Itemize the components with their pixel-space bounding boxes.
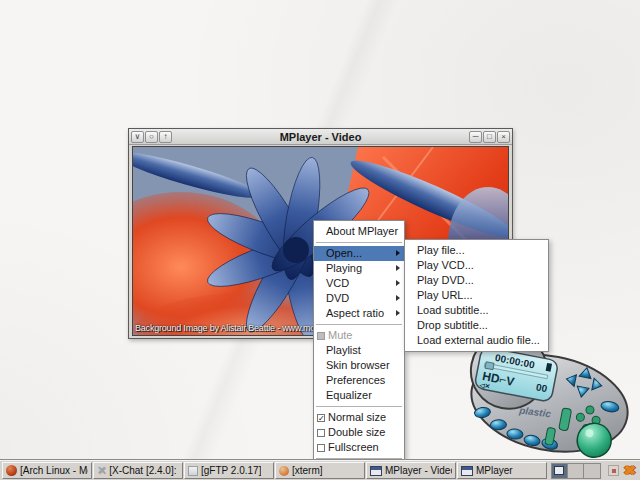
taskbar-button-gftp[interactable]: [gFTP 2.0.17] (184, 462, 274, 479)
window-close-button[interactable]: × (497, 131, 510, 143)
menu-item-dvd[interactable]: DVD (314, 291, 404, 306)
taskbar-button-xterm[interactable]: [xterm] (275, 462, 365, 479)
menu-item-aspect-ratio[interactable]: Aspect ratio (314, 306, 404, 321)
window-maximize-button[interactable]: □ (483, 131, 496, 143)
taskbar-button-mozilla[interactable]: [Arch Linux - Mozill (2, 462, 92, 479)
submenu-arrow-icon (396, 250, 400, 256)
pager-desktop-2[interactable] (568, 464, 584, 478)
submenu-item-play-vcd[interactable]: Play VCD... (405, 258, 544, 273)
taskbar-button-xchat[interactable]: ✕ [X-Chat [2.4.0]: Nev (93, 462, 183, 479)
open-submenu: Play file... Play VCD... Play DVD... Pla… (404, 239, 549, 352)
taskbar-button-mplayer[interactable]: MPlayer (457, 462, 547, 479)
xchat-icon: ✕ (97, 465, 106, 476)
submenu-arrow-icon (396, 295, 400, 301)
submenu-arrow-icon (396, 310, 400, 316)
taskbar-button-mplayer-video[interactable]: MPlayer - Video (366, 462, 456, 479)
titlebar-right-buttons: ─ □ × (469, 131, 510, 143)
checkbox-icon (317, 429, 325, 437)
window-icon (370, 466, 382, 476)
menu-item-preferences[interactable]: Preferences (314, 373, 404, 388)
checkbox-checked-icon: ✓ (317, 414, 325, 422)
menu-item-playlist[interactable]: Playlist (314, 343, 404, 358)
menu-item-normal-size[interactable]: ✓Normal size (314, 410, 404, 425)
menu-separator (314, 403, 404, 410)
menu-item-fullscreen[interactable]: Fullscreen (314, 440, 404, 455)
taskbar: [Arch Linux - Mozill ✕ [X-Chat [2.4.0]: … (0, 460, 640, 480)
submenu-item-play-file[interactable]: Play file... (405, 243, 544, 258)
desktop-pager (551, 463, 601, 479)
menu-item-open[interactable]: Open... (314, 246, 404, 261)
menu-separator (314, 239, 404, 246)
video-credit-text: Background Image by Alistair Beattie - w… (135, 323, 323, 333)
submenu-item-play-url[interactable]: Play URL... (405, 288, 544, 303)
checkbox-icon (317, 444, 325, 452)
menu-item-vcd[interactable]: VCD (314, 276, 404, 291)
tray-x-icon[interactable]: ✖ (623, 464, 636, 478)
window-raise-button[interactable]: ↑ (159, 131, 172, 143)
pager-desktop-1[interactable] (552, 464, 568, 478)
xterm-icon (279, 466, 289, 476)
submenu-item-load-subtitle[interactable]: Load subtitle... (405, 303, 544, 318)
remote-rewind-button[interactable] (490, 420, 506, 430)
menu-item-equalizer[interactable]: Equalizer (314, 388, 404, 403)
menu-separator (314, 321, 404, 328)
system-tray: ✖ (608, 463, 638, 478)
submenu-item-load-external-audio[interactable]: Load external audio file... (405, 333, 544, 348)
menu-item-about-mplayer[interactable]: About MPlayer (314, 224, 404, 239)
menu-item-double-size[interactable]: Double size (314, 425, 404, 440)
submenu-item-play-dvd[interactable]: Play DVD... (405, 273, 544, 288)
submenu-arrow-icon (396, 280, 400, 286)
firefox-globe-icon (6, 465, 17, 476)
submenu-arrow-icon (396, 265, 400, 271)
mplayer-remote-skin[interactable]: mplayer 00:00:00 HD⌐V 00 ◁✕ plastic (458, 336, 630, 464)
mplayer-context-menu: About MPlayer Open... Playing VCD DVD As… (313, 220, 405, 480)
tray-app-icon[interactable] (608, 465, 619, 476)
checkbox-icon (317, 332, 325, 340)
titlebar-left-buttons: ∨ ○ ↑ (131, 131, 172, 143)
submenu-item-drop-subtitle[interactable]: Drop subtitle... (405, 318, 544, 333)
window-minimize-button[interactable]: ─ (469, 131, 482, 143)
gftp-icon (188, 466, 198, 476)
menu-item-playing[interactable]: Playing (314, 261, 404, 276)
menu-item-skin-browser[interactable]: Skin browser (314, 358, 404, 373)
pager-desktop-3[interactable] (584, 464, 600, 478)
window-rollup-button[interactable]: ○ (145, 131, 158, 143)
window-titlebar[interactable]: ∨ ○ ↑ MPlayer - Video ─ □ × (129, 129, 512, 145)
window-shade-button[interactable]: ∨ (131, 131, 144, 143)
window-icon (461, 466, 473, 476)
window-title: MPlayer - Video (172, 131, 469, 143)
menu-item-mute: Mute (314, 328, 404, 343)
